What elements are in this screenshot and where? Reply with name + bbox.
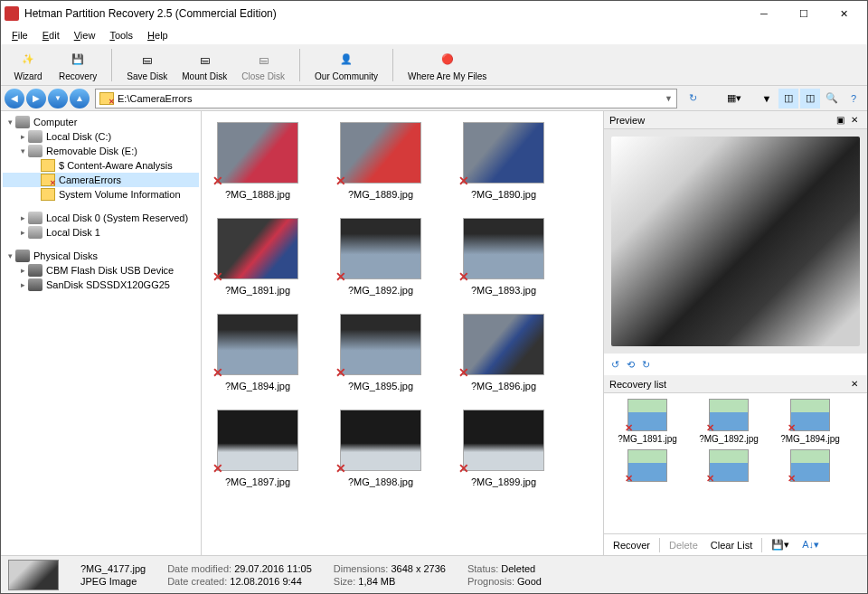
recovery-thumbnail bbox=[627, 399, 667, 431]
file-thumbnail[interactable]: ?MG_1891.jpg bbox=[209, 218, 307, 296]
where-files-button[interactable]: 🔴Where Are My Files bbox=[402, 47, 492, 83]
recovery-item[interactable]: ?MG_1892.jpg bbox=[691, 399, 767, 444]
refresh-button[interactable]: ↻ bbox=[683, 89, 703, 108]
file-panel: ?MG_1888.jpg?MG_1889.jpg?MG_1890.jpg?MG_… bbox=[202, 111, 603, 555]
recovery-grid[interactable]: ?MG_1891.jpg?MG_1892.jpg?MG_1894.jpg bbox=[604, 393, 867, 533]
help-button[interactable]: ? bbox=[844, 89, 863, 108]
file-grid[interactable]: ?MG_1888.jpg?MG_1889.jpg?MG_1890.jpg?MG_… bbox=[202, 111, 603, 555]
rotate-left-button[interactable]: ↺ bbox=[611, 359, 619, 371]
tree-camera-errors[interactable]: CameraErrors bbox=[3, 173, 199, 187]
save-disk-button[interactable]: 🖴Save Disk bbox=[121, 47, 173, 83]
file-thumbnail[interactable]: ?MG_1894.jpg bbox=[209, 314, 307, 391]
dropdown-button[interactable]: ▼ bbox=[48, 89, 68, 108]
recovery-thumbnail bbox=[627, 449, 667, 482]
titlebar: Hetman Partition Recovery 2.5 (Commercia… bbox=[1, 1, 867, 26]
tree-sys-vol-info[interactable]: System Volume Information bbox=[3, 187, 199, 202]
file-thumbnail[interactable]: ?MG_1890.jpg bbox=[455, 122, 552, 200]
back-button[interactable]: ◀ bbox=[5, 89, 24, 108]
menu-edit[interactable]: Edit bbox=[35, 28, 67, 42]
recovery-icon: 💾 bbox=[67, 49, 89, 71]
preview-close-button[interactable]: ✕ bbox=[847, 113, 862, 127]
minimize-button[interactable]: ─ bbox=[744, 1, 784, 26]
thumbnail-label: ?MG_1892.jpg bbox=[348, 285, 413, 296]
filter-button[interactable]: ▼ bbox=[757, 89, 777, 108]
tree-sandisk[interactable]: SanDisk SDSSDX120GG25 bbox=[3, 278, 199, 292]
menubar: File Edit View Tools Help bbox=[1, 26, 867, 44]
thumbnail-label: ?MG_1898.jpg bbox=[348, 476, 413, 487]
save-list-button[interactable]: 💾▾ bbox=[768, 538, 793, 552]
address-bar[interactable]: E:\CameraErrors ▼ bbox=[95, 89, 677, 108]
menu-help[interactable]: Help bbox=[140, 28, 175, 42]
preview-detach-button[interactable]: ▣ bbox=[833, 113, 847, 127]
file-thumbnail[interactable]: ?MG_1888.jpg bbox=[209, 122, 307, 200]
tree-removable-e[interactable]: Removable Disk (E:) bbox=[3, 144, 199, 158]
thumbnail-image bbox=[463, 218, 544, 279]
thumbnail-label: ?MG_1896.jpg bbox=[471, 381, 536, 391]
disk-close-icon: 🖴 bbox=[252, 49, 274, 71]
tree-cbm[interactable]: CBM Flash Disk USB Device bbox=[3, 263, 199, 278]
panel2-button[interactable]: ◫ bbox=[800, 89, 820, 108]
file-thumbnail[interactable]: ?MG_1898.jpg bbox=[332, 410, 429, 487]
recovery-toolbar: Recover Delete Clear List 💾▾ A↓▾ bbox=[604, 533, 867, 555]
recovery-item[interactable] bbox=[691, 449, 767, 485]
forward-button[interactable]: ▶ bbox=[26, 89, 46, 108]
thumbnail-label: ?MG_1893.jpg bbox=[471, 285, 536, 296]
panel1-button[interactable]: ◫ bbox=[778, 89, 798, 108]
separator bbox=[299, 49, 300, 81]
file-thumbnail[interactable]: ?MG_1897.jpg bbox=[209, 410, 307, 487]
recovery-list-panel: Recovery list ✕ ?MG_1891.jpg?MG_1892.jpg… bbox=[604, 375, 867, 555]
thumbnail-label: ?MG_1894.jpg bbox=[225, 381, 290, 391]
recovery-thumbnail bbox=[709, 399, 749, 431]
rotate-180-button[interactable]: ⟲ bbox=[627, 359, 635, 371]
thumbnail-image bbox=[463, 314, 544, 375]
thumbnail-image bbox=[217, 314, 298, 375]
clear-list-button[interactable]: Clear List bbox=[707, 539, 756, 552]
status-filetype: JPEG Image bbox=[80, 576, 137, 587]
wizard-button[interactable]: ✨Wizard bbox=[6, 47, 50, 83]
window-title: Hetman Partition Recovery 2.5 (Commercia… bbox=[24, 7, 744, 20]
tree-local-1[interactable]: Local Disk 1 bbox=[3, 225, 199, 240]
navbar: ◀ ▶ ▼ ▲ E:\CameraErrors ▼ ↻ ▦▾ ▼ ◫ ◫ 🔍 ? bbox=[1, 86, 867, 111]
thumbnail-image bbox=[217, 410, 298, 471]
recovery-item[interactable]: ?MG_1891.jpg bbox=[609, 399, 685, 444]
sort-button[interactable]: A↓▾ bbox=[798, 538, 823, 552]
close-button[interactable]: ✕ bbox=[824, 1, 863, 26]
file-thumbnail[interactable]: ?MG_1899.jpg bbox=[455, 410, 552, 487]
chevron-down-icon[interactable]: ▼ bbox=[665, 94, 673, 103]
thumbnail-image bbox=[340, 314, 421, 375]
menu-file[interactable]: File bbox=[5, 28, 35, 42]
search-button[interactable]: 🔍 bbox=[822, 89, 842, 108]
recovery-close-button[interactable]: ✕ bbox=[847, 377, 862, 391]
rotate-right-button[interactable]: ↻ bbox=[642, 359, 650, 371]
tree-computer[interactable]: Computer bbox=[3, 115, 199, 129]
recover-button[interactable]: Recover bbox=[609, 539, 654, 552]
thumbnail-label: ?MG_1891.jpg bbox=[225, 285, 290, 296]
up-button[interactable]: ▲ bbox=[70, 89, 90, 108]
separator bbox=[392, 49, 393, 81]
menu-view[interactable]: View bbox=[67, 28, 103, 42]
recovery-button[interactable]: 💾Recovery bbox=[53, 47, 102, 83]
file-thumbnail[interactable]: ?MG_1892.jpg bbox=[332, 218, 429, 296]
tree-local-0[interactable]: Local Disk 0 (System Reserved) bbox=[3, 211, 199, 225]
tree-content-aware[interactable]: $ Content-Aware Analysis bbox=[3, 158, 199, 173]
file-thumbnail[interactable]: ?MG_1895.jpg bbox=[332, 314, 429, 391]
thumbnail-label: ?MG_1890.jpg bbox=[471, 189, 536, 200]
maximize-button[interactable]: ☐ bbox=[784, 1, 824, 26]
thumbnail-image bbox=[463, 410, 544, 471]
mount-disk-button[interactable]: 🖴Mount Disk bbox=[176, 47, 232, 83]
file-thumbnail[interactable]: ?MG_1896.jpg bbox=[455, 314, 552, 391]
file-thumbnail[interactable]: ?MG_1893.jpg bbox=[455, 218, 552, 296]
recovery-item[interactable] bbox=[772, 449, 848, 485]
view-options-button[interactable]: ▦▾ bbox=[724, 89, 744, 108]
community-button[interactable]: 👤Our Community bbox=[309, 47, 383, 83]
menu-tools[interactable]: Tools bbox=[102, 28, 140, 42]
right-panel: Preview ▣ ✕ ↺ ⟲ ↻ Recovery list ✕ ?MG_18… bbox=[603, 111, 867, 555]
recovery-item[interactable]: ?MG_1894.jpg bbox=[772, 399, 848, 444]
delete-button: Delete bbox=[665, 539, 702, 552]
thumbnail-label: ?MG_1889.jpg bbox=[348, 189, 413, 200]
thumbnail-image bbox=[463, 122, 544, 184]
tree-physical[interactable]: Physical Disks bbox=[3, 249, 199, 263]
file-thumbnail[interactable]: ?MG_1889.jpg bbox=[332, 122, 429, 200]
tree-local-c[interactable]: Local Disk (C:) bbox=[3, 129, 199, 144]
recovery-item[interactable] bbox=[609, 449, 685, 485]
